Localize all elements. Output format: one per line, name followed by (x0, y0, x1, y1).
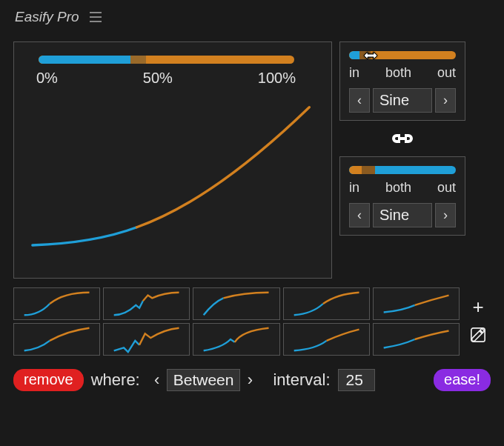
ease-out-mode-both[interactable]: both (385, 180, 411, 196)
edit-preset-icon[interactable] (470, 327, 486, 346)
interval-value[interactable]: 25 (338, 369, 375, 391)
ease-out-mode-out[interactable]: out (437, 180, 456, 196)
ease-in-slider[interactable] (349, 51, 456, 59)
percent-slider[interactable] (39, 56, 294, 64)
preset-10[interactable] (373, 323, 460, 356)
where-prev-button[interactable]: ‹ (147, 369, 167, 391)
preset-7[interactable] (103, 323, 190, 356)
add-preset-icon[interactable]: + (472, 297, 483, 316)
ease-in-prev-button[interactable]: ‹ (349, 88, 370, 113)
ease-out-curve-name[interactable]: Sine (373, 203, 432, 227)
preset-4[interactable] (283, 287, 370, 320)
preset-1[interactable] (13, 287, 100, 320)
where-label: where: (91, 370, 140, 390)
preset-5[interactable] (373, 287, 460, 320)
curve-graph-panel: 0% 50% 100% (13, 41, 332, 279)
preset-3[interactable] (193, 287, 279, 320)
ease-out-mode-in[interactable]: in (349, 180, 359, 196)
preset-6[interactable] (13, 323, 100, 356)
preset-8[interactable] (193, 323, 279, 356)
pct-0: 0% (36, 70, 58, 87)
pct-100: 100% (258, 70, 296, 87)
ease-button[interactable]: ease! (434, 369, 491, 391)
ease-curve (29, 101, 316, 259)
preset-2[interactable] (103, 287, 190, 320)
ease-in-mode-both[interactable]: both (385, 65, 411, 81)
link-icon[interactable] (388, 130, 417, 147)
where-value[interactable]: Between (167, 369, 241, 391)
ease-in-mode-labels: in both out (349, 65, 456, 81)
where-next-button[interactable]: › (240, 369, 259, 391)
ease-out-block: in both out ‹ Sine › (339, 156, 465, 236)
ease-in-mode-out[interactable]: out (437, 65, 456, 81)
ease-in-mode-in[interactable]: in (349, 65, 359, 81)
ease-in-next-button[interactable]: › (435, 88, 456, 113)
pct-50: 50% (143, 70, 173, 87)
interval-label: interval: (273, 370, 330, 390)
ease-out-slider[interactable] (349, 166, 456, 174)
ease-out-mode-labels: in both out (349, 180, 456, 196)
ease-in-curve-name[interactable]: Sine (373, 88, 432, 113)
drag-handle-icon[interactable] (362, 51, 379, 59)
ease-out-prev-button[interactable]: ‹ (349, 203, 370, 227)
percent-labels: 0% 50% 100% (36, 70, 296, 87)
preset-9[interactable] (283, 323, 370, 356)
menu-icon[interactable] (90, 12, 102, 22)
ease-out-next-button[interactable]: › (435, 203, 456, 227)
app-title: Easify Pro (15, 9, 79, 25)
ease-in-block: in both out ‹ Sine › (339, 41, 465, 121)
preset-grid (13, 287, 460, 356)
remove-button[interactable]: remove (13, 369, 84, 391)
